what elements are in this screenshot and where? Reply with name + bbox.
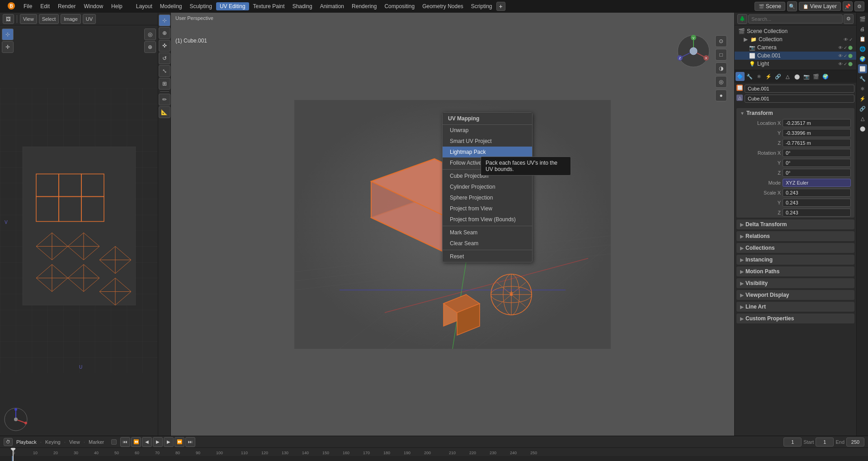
menu-item-cylinder-proj[interactable]: Cylinder Projection (443, 181, 532, 192)
playhead[interactable] (13, 448, 14, 461)
world-icon[interactable]: 🌍 (821, 72, 830, 81)
workspace-sculpting[interactable]: Sculpting (186, 2, 216, 10)
workspace-geometry-nodes[interactable]: Geometry Nodes (419, 2, 467, 10)
uv-gizmo-button[interactable]: ⊕ (144, 41, 156, 53)
viewport-shading-rendered[interactable]: ● (715, 90, 727, 101)
rotation-y-field[interactable]: 0° (783, 159, 851, 167)
menu-item-unwrap[interactable]: Unwrap (443, 125, 532, 136)
outliner-item-light[interactable]: 💡 Light 👁 ✓ ⬤ (735, 60, 856, 68)
uv-image-menu[interactable]: Image (61, 14, 81, 24)
menu-item-smart-uv[interactable]: Smart UV Project (443, 136, 532, 147)
cube-visibility-eye[interactable]: 👁 (838, 53, 843, 58)
file-menu[interactable]: File (20, 2, 36, 10)
motion-paths-header[interactable]: ▶ Motion Paths (736, 266, 854, 276)
cursor-tool-button[interactable]: ✛ (2, 41, 14, 53)
workspace-shading[interactable]: Shading (289, 2, 316, 10)
rotation-mode-field[interactable]: XYZ Euler (783, 179, 851, 187)
scale-y-field[interactable]: 0.243 (783, 199, 851, 207)
visibility-header[interactable]: ▶ Visibility (736, 278, 854, 288)
next-frame-button[interactable]: ▶ (164, 437, 174, 447)
render-icon[interactable]: 📷 (802, 72, 811, 81)
world-props-icon[interactable]: 🌍 (858, 54, 867, 63)
current-frame-input[interactable] (783, 437, 802, 447)
object-properties-icon[interactable]: 🔷 (736, 72, 745, 81)
view-label[interactable]: View (69, 439, 80, 445)
modifier-icon[interactable]: 🔧 (858, 74, 867, 83)
delta-transform-header[interactable]: ▶ Delta Transform (736, 219, 854, 229)
outliner-item-camera[interactable]: 📷 Camera 👁 ✓ ⬤ (735, 43, 856, 52)
rotate-tool[interactable]: ↺ (159, 52, 170, 64)
end-frame-input[interactable] (846, 437, 864, 447)
constraints-props-icon[interactable]: 🔗 (858, 104, 867, 113)
menu-item-mark-seam[interactable]: Mark Seam (443, 227, 532, 238)
pin-icon[interactable]: 📌 (843, 1, 853, 11)
blender-menu[interactable]: B (4, 1, 19, 12)
menu-item-proj-view[interactable]: Project from View (443, 203, 532, 214)
next-keyframe-button[interactable]: ⏩ (175, 437, 184, 447)
output-icon[interactable]: 🖨 (858, 24, 867, 33)
viewport-display-header[interactable]: ▶ Viewport Display (736, 290, 854, 300)
timeline-type-icon[interactable]: ⏱ (4, 438, 13, 446)
render-props-icon[interactable]: 🎬 (858, 14, 867, 24)
outliner-search[interactable] (748, 14, 843, 24)
material-icon[interactable]: ⬤ (793, 72, 802, 81)
filter-icon[interactable]: ⚙ (844, 14, 854, 24)
scene-icon[interactable]: 🎬 (811, 72, 821, 81)
object-props-icon[interactable]: ⬜ (858, 64, 867, 73)
workspace-scripting[interactable]: Scripting (467, 2, 496, 10)
viewport-overlay-button[interactable]: ⊙ (715, 35, 727, 47)
rotation-z-field[interactable]: 0° (783, 169, 851, 177)
marker-label[interactable]: Marker (89, 439, 104, 445)
location-x-field[interactable]: -0.23517 m (783, 119, 851, 127)
physics-props-icon[interactable]: ⚡ (858, 94, 867, 103)
menu-item-sphere-proj[interactable]: Sphere Projection (443, 192, 532, 203)
window-menu[interactable]: Window (80, 2, 107, 10)
workspace-animation[interactable]: Animation (316, 2, 348, 10)
scale-z-field[interactable]: 0.243 (783, 209, 851, 217)
prev-frame-button[interactable]: ◀ (142, 437, 152, 447)
data-props-icon[interactable]: △ (858, 114, 867, 123)
viewport-shading-solid[interactable]: ◑ (715, 62, 727, 74)
workspace-texture-paint[interactable]: Texture Paint (250, 2, 288, 10)
outliner-item-cube[interactable]: ⬜ Cube.001 👁 ✓ ⬤ (735, 52, 856, 60)
workspace-compositing[interactable]: Compositing (381, 2, 418, 10)
modifier-properties-icon[interactable]: 🔧 (745, 72, 754, 81)
relations-header[interactable]: ▶ Relations (736, 231, 854, 241)
light-visibility-check[interactable]: ✓ (844, 62, 847, 67)
transform-tool[interactable]: ⊞ (159, 78, 170, 90)
annotate-tool[interactable]: ✏ (159, 94, 170, 105)
workspace-uv-editing[interactable]: UV Editing (216, 2, 249, 10)
visibility-check-icon[interactable]: ✓ (849, 37, 853, 42)
scene-selector[interactable]: 🎬 Scene (755, 2, 785, 11)
object-data-icon[interactable]: △ (783, 72, 792, 81)
line-art-header[interactable]: ▶ Line Art (736, 302, 854, 312)
physics-icon[interactable]: ⚡ (764, 72, 773, 81)
visibility-eye-icon[interactable]: 👁 (844, 37, 848, 42)
add-workspace-button[interactable]: + (496, 2, 505, 11)
viewport-shading-material[interactable]: ◎ (715, 76, 727, 88)
scale-x-field[interactable]: 0.243 (783, 189, 851, 197)
view-layer-selector[interactable]: 📋 View Layer (799, 2, 841, 11)
cursor-tool-3d[interactable]: ⊕ (159, 27, 170, 39)
location-z-field[interactable]: -0.77615 m (783, 139, 851, 147)
particles-props-icon[interactable]: ⚛ (858, 84, 867, 93)
search-button[interactable]: 🔍 (787, 1, 797, 11)
edit-menu[interactable]: Edit (37, 2, 53, 10)
workspace-modeling[interactable]: Modeling (156, 2, 186, 10)
constraints-icon[interactable]: 🔗 (774, 72, 783, 81)
camera-visibility-eye[interactable]: 👁 (838, 45, 843, 50)
uv-menu[interactable]: UV (83, 14, 96, 24)
keying-label[interactable]: Keying (45, 439, 61, 445)
uv-select-menu[interactable]: Select (39, 14, 59, 24)
navigation-gizmo[interactable]: Y X Z (675, 33, 712, 69)
scene-props-icon[interactable]: 🌐 (858, 44, 867, 53)
camera-visibility-check[interactable]: ✓ (844, 45, 847, 50)
workspace-layout[interactable]: Layout (132, 2, 156, 10)
custom-props-header[interactable]: ▶ Custom Properties (736, 314, 854, 323)
jump-start-button[interactable]: ⏮ (120, 437, 130, 447)
menu-item-clear-seam[interactable]: Clear Seam (443, 238, 532, 249)
prev-keyframe-button[interactable]: ⏪ (131, 437, 141, 447)
editor-type-button[interactable]: 🖼 (3, 14, 14, 24)
outliner-item-collection[interactable]: ▶ 📁 Collection 👁 ✓ (735, 35, 856, 43)
transform-section-header[interactable]: ▼ Transform (736, 108, 854, 118)
